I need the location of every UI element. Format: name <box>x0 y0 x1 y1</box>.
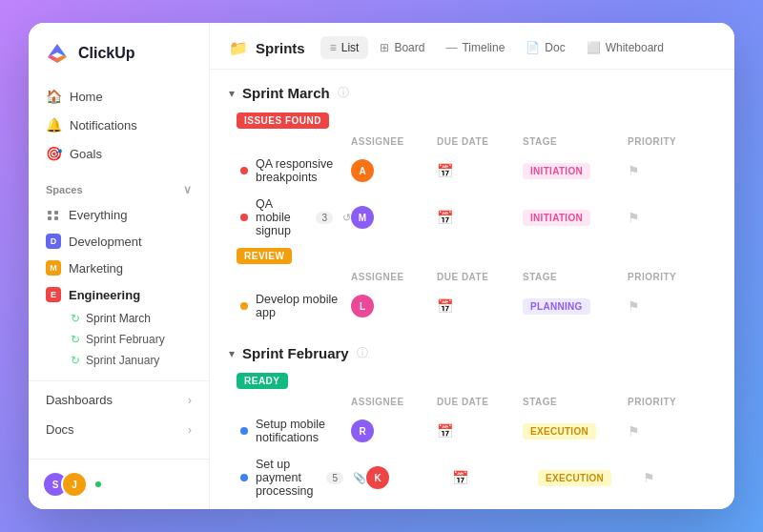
doc-tab-icon: 📄 <box>526 41 540 54</box>
tab-board[interactable]: ⊞ Board <box>370 36 434 59</box>
stage-col-header: STAGE <box>523 136 628 147</box>
calendar-icon: 📅 <box>452 470 468 485</box>
table-row[interactable]: QA mobile signup 3 ↺ M 📅 INITIATION <box>229 191 715 244</box>
page-title-area: 📁 Sprints <box>229 39 305 57</box>
bell-icon: 🔔 <box>46 117 62 133</box>
app-logo: ClickUp <box>29 23 209 78</box>
task-name-cell: QA mobile signup 3 ↺ <box>240 197 351 237</box>
stage-cell: EXECUTION <box>538 470 643 486</box>
tab-doc[interactable]: 📄 Doc <box>516 36 574 59</box>
clickup-logo-icon <box>44 40 71 67</box>
sidebar-item-docs[interactable]: Docs › <box>36 415 201 444</box>
sidebar-user-area[interactable]: S J <box>29 459 209 509</box>
marketing-dot: M <box>46 260 61 276</box>
assignee-col-header: ASSIGNEE <box>351 397 437 407</box>
due-date-cell: 📅 <box>452 470 538 485</box>
engineering-dot: E <box>46 287 61 302</box>
sidebar-item-goals-label: Goals <box>70 147 102 161</box>
task-name-cell: QA responsive breakpoints <box>240 157 351 184</box>
priority-cell: ⚑ <box>628 163 704 178</box>
stage-badge: EXECUTION <box>523 423 596 440</box>
stage-cell: PLANNING <box>523 298 628 315</box>
table-header-ready: ASSIGNEE DUE DATE STAGE PRIORITY <box>229 393 715 411</box>
review-badge: REVIEW <box>237 248 292 264</box>
sprint-february-info-icon: ⓘ <box>357 345 368 361</box>
sidebar-item-marketing[interactable]: M Marketing <box>36 255 201 281</box>
sidebar-item-home[interactable]: 🏠 Home <box>36 82 201 111</box>
table-row[interactable]: Develop mobile app L 📅 PLANNING ⚑ <box>229 286 715 326</box>
development-dot: D <box>46 234 61 249</box>
sidebar-sprint-january[interactable]: ↻ Sprint January <box>63 350 194 371</box>
task-count-badge: 5 <box>326 472 343 484</box>
stage-cell: INITIATION <box>523 210 628 226</box>
due-date-cell: 📅 <box>437 210 523 225</box>
app-window: ClickUp 🏠 Home 🔔 Notifications 🎯 Goals S… <box>29 23 734 509</box>
attachment-icon: 📎 <box>353 472 366 484</box>
assignee-cell: M <box>351 206 437 229</box>
task-name-cell: Develop mobile app <box>240 293 351 319</box>
priority-cell: ⚑ <box>628 298 704 314</box>
user-status-dot <box>95 481 101 487</box>
task-dot <box>240 302 248 310</box>
sidebar-item-everything[interactable]: Everything <box>36 202 201 228</box>
priority-cell: ⚑ <box>643 470 719 485</box>
table-row[interactable]: Setup mobile notifications R 📅 EXECUTION <box>229 411 715 451</box>
home-icon: 🏠 <box>46 89 62 104</box>
sprint-february-icon: ↻ <box>71 333 80 346</box>
sprint-march-title: Sprint March <box>242 85 330 101</box>
sidebar-item-engineering[interactable]: E Engineering <box>36 281 201 308</box>
sprint-february-chevron: ▾ <box>229 347 235 360</box>
priority-icon: ⚑ <box>628 163 640 178</box>
sidebar-sprint-march[interactable]: ↻ Sprint March <box>63 308 194 329</box>
tab-list[interactable]: ≡ List <box>320 36 369 59</box>
assignee-cell: R <box>351 419 437 442</box>
sprint-february-title: Sprint February <box>242 345 349 361</box>
sprint-february-header[interactable]: ▾ Sprint February ⓘ <box>229 341 715 369</box>
sidebar-item-notifications-label: Notifications <box>70 118 137 133</box>
avatar: K <box>366 466 389 489</box>
due-date-cell: 📅 <box>437 298 523 314</box>
tab-list-label: List <box>341 41 360 54</box>
sidebar-item-development[interactable]: D Development <box>36 228 201 255</box>
sprint-march-chevron: ▾ <box>229 87 235 100</box>
stage-col-header: STAGE <box>523 272 628 282</box>
stage-badge: PLANNING <box>523 298 590 315</box>
task-name-text: QA responsive breakpoints <box>256 157 351 184</box>
sprint-march-header[interactable]: ▾ Sprint March ⓘ <box>229 81 715 109</box>
stage-badge: INITIATION <box>523 210 590 226</box>
tab-whiteboard[interactable]: ⬜ Whiteboard <box>577 36 673 59</box>
table-row[interactable]: Set up payment processing 5 📎 K 📅 EXECUT… <box>229 451 715 504</box>
priority-cell: ⚑ <box>628 210 704 225</box>
due-date-cell: 📅 <box>437 423 523 439</box>
whiteboard-tab-icon: ⬜ <box>587 41 601 54</box>
spaces-list: Everything D Development M Marketing E E… <box>29 200 209 373</box>
priority-icon: ⚑ <box>628 423 640 439</box>
assignee-cell: K <box>366 466 452 489</box>
sidebar-item-notifications[interactable]: 🔔 Notifications <box>36 111 201 139</box>
user-avatars: S J <box>42 471 88 498</box>
main-header: 📁 Sprints ≡ List ⊞ Board — Timeline 📄 <box>210 23 734 70</box>
spaces-section-header: Spaces ∨ <box>29 172 209 200</box>
sprint-january-icon: ↻ <box>71 354 80 367</box>
user-avatar-j: J <box>61 471 88 498</box>
table-row[interactable]: QA responsive breakpoints A 📅 INITIATION <box>229 151 715 191</box>
sidebar-sprint-march-label: Sprint March <box>86 312 151 325</box>
stage-cell: EXECUTION <box>523 423 628 440</box>
spaces-collapse-icon[interactable]: ∨ <box>183 183 192 196</box>
tab-timeline[interactable]: — Timeline <box>436 36 514 59</box>
sprint-march-info-icon: ⓘ <box>338 85 349 101</box>
priority-icon: ⚑ <box>628 298 640 314</box>
sprint-items-list: ↻ Sprint March ↻ Sprint February ↻ Sprin… <box>36 308 201 371</box>
task-col-header <box>240 397 351 407</box>
page-title: Sprints <box>256 40 305 56</box>
main-body: ▾ Sprint March ⓘ ISSUES FOUND ASSIGNEE D… <box>210 70 734 509</box>
target-icon: 🎯 <box>46 146 62 161</box>
main-content: 📁 Sprints ≡ List ⊞ Board — Timeline 📄 <box>210 23 734 509</box>
due-date-col-header: DUE DATE <box>437 136 523 147</box>
sidebar-item-goals[interactable]: 🎯 Goals <box>36 139 201 168</box>
sidebar-item-dashboards[interactable]: Dashboards › <box>36 385 201 415</box>
sidebar-sprint-february[interactable]: ↻ Sprint February <box>63 329 194 350</box>
task-dot <box>240 167 248 174</box>
table-header-issues: ASSIGNEE DUE DATE STAGE PRIORITY <box>229 133 715 151</box>
board-tab-icon: ⊞ <box>380 41 389 54</box>
